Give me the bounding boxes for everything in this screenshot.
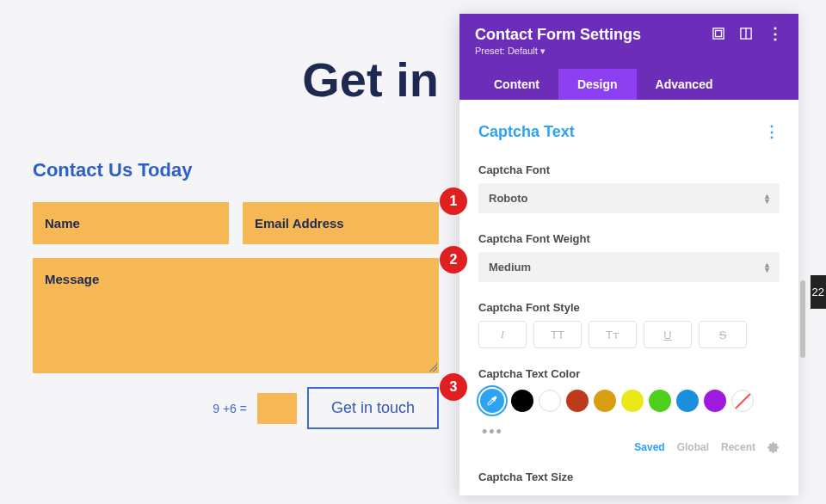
form-row-1: Name Email Address — [33, 202, 439, 244]
color-swatch-row — [478, 387, 780, 415]
captcha-input[interactable] — [257, 393, 297, 424]
font-value: Roboto — [489, 192, 527, 205]
underline-glyph: U — [663, 329, 671, 341]
main-content: Get in Contact Us Today Name Email Addre… — [0, 0, 465, 455]
page-heading: Get in — [26, 52, 439, 108]
email-field[interactable]: Email Address — [243, 202, 439, 244]
message-label: Message — [45, 272, 99, 286]
form-title: Contact Us Today — [33, 159, 439, 181]
uppercase-button[interactable]: TT — [533, 321, 582, 348]
panel-preset[interactable]: Preset: Default ▾ — [475, 46, 641, 57]
smallcaps-button[interactable]: Tᴛ — [589, 321, 637, 348]
color-swatch-transparent[interactable] — [731, 390, 754, 412]
message-field[interactable]: Message — [33, 258, 439, 373]
settings-panel: Contact Form Settings Preset: Default ▾ … — [459, 14, 798, 495]
captcha-question: 9 +6 = — [213, 402, 247, 415]
svg-rect-1 — [716, 31, 722, 37]
color-swatch-active[interactable] — [478, 387, 506, 415]
color-label: Captcha Text Color — [478, 367, 780, 380]
edge-tab[interactable]: 22 — [811, 275, 826, 309]
underline-button[interactable]: U — [644, 321, 692, 348]
color-swatch-orange[interactable] — [594, 390, 616, 412]
weight-value: Medium — [489, 261, 531, 274]
eyedropper-icon — [486, 395, 498, 407]
color-swatch-yellow[interactable] — [621, 390, 644, 412]
expand-icon[interactable] — [712, 28, 724, 40]
preset-global[interactable]: Global — [677, 441, 709, 453]
font-select[interactable]: Roboto ▴▾ — [478, 183, 780, 213]
weight-select[interactable]: Medium ▴▾ — [478, 252, 780, 282]
style-buttons-row: I TT Tᴛ U S — [478, 321, 780, 348]
size-label: Captcha Text Size — [478, 470, 780, 483]
style-label: Captcha Font Style — [478, 301, 780, 314]
panel-icons: ⋮ — [712, 26, 783, 41]
preset-recent[interactable]: Recent — [721, 441, 755, 453]
menu-dots-icon[interactable]: ⋮ — [767, 26, 783, 41]
panel-body: Captcha Text ⋮ Captcha Font Roboto ▴▾ Ca… — [459, 100, 798, 487]
section-menu-icon[interactable]: ⋮ — [764, 122, 780, 141]
callout-marker-1: 1 — [440, 187, 467, 215]
panel-title: Contact Form Settings — [475, 26, 641, 44]
strikethrough-button[interactable]: S — [699, 321, 747, 348]
contact-form-area: Contact Us Today Name Email Address Mess… — [26, 159, 439, 429]
tab-design[interactable]: Design — [558, 69, 637, 100]
color-swatch-red[interactable] — [566, 390, 589, 412]
panel-header: Contact Form Settings Preset: Default ▾ … — [459, 14, 798, 100]
tab-advanced[interactable]: Advanced — [637, 69, 732, 100]
svg-rect-0 — [713, 28, 724, 39]
color-swatch-green[interactable] — [649, 390, 671, 412]
tab-content[interactable]: Content — [475, 69, 558, 100]
preset-saved[interactable]: Saved — [634, 441, 664, 453]
columns-icon[interactable] — [740, 28, 752, 40]
scrollbar-thumb[interactable] — [800, 280, 805, 358]
select-arrows-icon: ▴▾ — [765, 194, 769, 204]
color-swatch-purple[interactable] — [704, 390, 726, 412]
resize-handle[interactable] — [428, 363, 437, 372]
color-swatch-white[interactable] — [539, 390, 561, 412]
color-presets-row: Saved Global Recent — [478, 441, 780, 453]
color-swatch-blue[interactable] — [676, 390, 699, 412]
tabs-bar: Content Design Advanced — [475, 69, 783, 100]
weight-label: Captcha Font Weight — [478, 232, 780, 245]
submit-row: 9 +6 = Get in touch — [33, 387, 439, 429]
strike-glyph: S — [719, 329, 727, 341]
callout-marker-2: 2 — [440, 246, 467, 274]
gear-icon[interactable] — [767, 441, 780, 453]
callout-marker-3: 3 — [440, 373, 467, 401]
more-colors-icon[interactable]: ••• — [482, 423, 780, 441]
section-title[interactable]: Captcha Text — [478, 123, 575, 141]
font-label: Captcha Font — [478, 163, 780, 176]
submit-button[interactable]: Get in touch — [307, 387, 439, 429]
name-field[interactable]: Name — [33, 202, 229, 244]
panel-header-top: Contact Form Settings Preset: Default ▾ … — [475, 26, 783, 57]
panel-header-text: Contact Form Settings Preset: Default ▾ — [475, 26, 641, 57]
italic-button[interactable]: I — [478, 321, 527, 348]
section-title-row: Captcha Text ⋮ — [478, 122, 780, 141]
form-row-2: Message — [33, 258, 439, 373]
color-swatch-black[interactable] — [511, 390, 533, 412]
select-arrows-icon: ▴▾ — [765, 262, 769, 273]
